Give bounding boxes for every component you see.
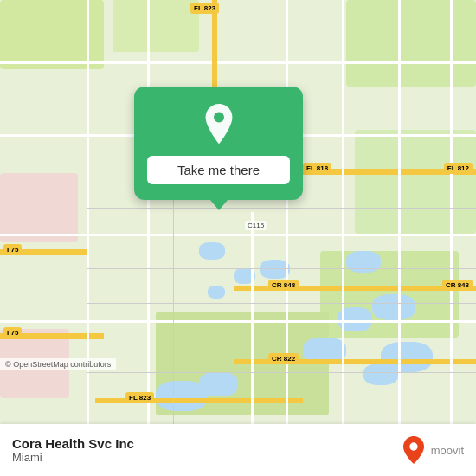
street-4 xyxy=(87,372,476,373)
water-1 xyxy=(199,242,225,260)
road-v-5 xyxy=(398,0,401,424)
green-area-2 xyxy=(113,0,199,52)
road-h-4 xyxy=(0,320,476,323)
moovit-icon xyxy=(400,436,428,464)
moovit-logo: moovit xyxy=(400,436,464,464)
water-12 xyxy=(199,372,238,396)
street-3 xyxy=(87,303,476,304)
fl818-label: FL 818 xyxy=(303,163,331,174)
water-3 xyxy=(208,286,225,299)
road-v-6 xyxy=(450,0,453,424)
road-h-3 xyxy=(0,234,476,236)
road-v-4 xyxy=(342,0,344,424)
i75-label-2: I 75 xyxy=(3,327,22,338)
svg-point-1 xyxy=(409,442,417,450)
cr848-label-1: CR 848 xyxy=(268,280,299,291)
i75-label-1: I 75 xyxy=(3,244,22,255)
svg-point-0 xyxy=(214,112,224,122)
road-h-top xyxy=(0,61,476,64)
bottom-bar: Cora Health Svc Inc Miami moovit xyxy=(0,424,476,476)
location-pin-icon xyxy=(198,104,240,145)
moovit-text: moovit xyxy=(431,444,464,457)
green-area-4 xyxy=(355,130,476,234)
place-subtitle: Miami xyxy=(12,451,400,464)
street-2 xyxy=(87,268,476,269)
cr848-label-2: CR 848 xyxy=(442,280,473,291)
road-v-c115 xyxy=(251,212,254,424)
take-me-there-button[interactable]: Take me there xyxy=(147,156,290,184)
place-info: Cora Health Svc Inc Miami xyxy=(12,436,400,464)
fl823-top-label: FL 823 xyxy=(190,3,219,14)
water-10 xyxy=(346,251,381,273)
fl823-bottom-label: FL 823 xyxy=(125,392,154,403)
road-v-2 xyxy=(147,0,150,424)
map-container: FL 823 FL 818 FL 812 CR 848 CR 848 CR 82… xyxy=(0,0,476,424)
street-1 xyxy=(87,208,476,209)
location-tooltip: Take me there xyxy=(134,87,303,200)
water-8 xyxy=(381,342,433,372)
fl812-label: FL 812 xyxy=(444,163,473,174)
water-9 xyxy=(372,294,415,320)
street-v-1 xyxy=(113,134,113,424)
map-attribution: © OpenStreetMap contributors xyxy=(0,358,116,370)
cr822-label: CR 822 xyxy=(268,353,299,364)
place-title: Cora Health Svc Inc xyxy=(12,436,400,451)
residential-area-1 xyxy=(0,173,78,242)
c115-label: C115 xyxy=(245,221,267,230)
green-area-3 xyxy=(346,0,476,87)
